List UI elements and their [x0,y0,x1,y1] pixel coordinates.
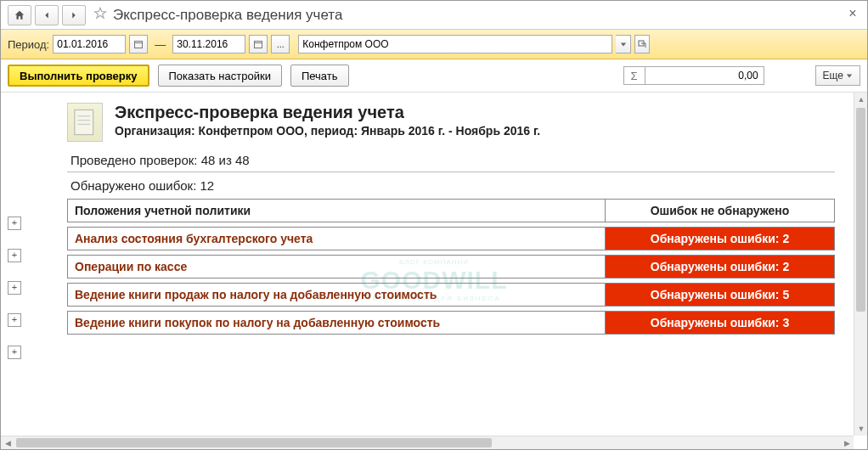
horizontal-scrollbar[interactable]: ◀ ▶ [1,436,854,449]
scroll-up-icon[interactable]: ▲ [854,93,867,106]
report-title: Экспресс-проверка ведения учета [115,103,540,122]
results-table: Положения учетной политики Ошибок не обн… [67,199,835,335]
show-settings-button[interactable]: Показать настройки [158,65,282,87]
scroll-thumb[interactable] [856,108,865,312]
date-to-input[interactable] [172,35,245,53]
organization-dropdown[interactable] [616,35,631,53]
date-from-picker[interactable] [129,35,148,53]
header-category: Положения учетной политики [68,200,606,222]
titlebar: Экспресс-проверка ведения учета × [1,1,867,30]
scroll-left-icon[interactable]: ◀ [1,436,14,449]
date-to-picker[interactable] [249,35,268,53]
header-status: Ошибок не обнаружено [606,200,835,222]
period-dash: — [155,38,166,51]
errors-found: Обнаружено ошибок: 12 [67,176,835,195]
svg-rect-2 [255,42,262,48]
sum-value[interactable] [645,66,764,85]
expand-button[interactable]: + [8,217,21,230]
svg-rect-0 [135,42,143,48]
report-icon [67,103,103,142]
svg-rect-5 [75,110,93,134]
report-subtitle: Организация: Конфетпром ООО, период: Янв… [115,124,540,138]
back-button[interactable] [35,5,59,25]
print-button[interactable]: Печать [290,65,349,87]
forward-button[interactable] [62,5,86,25]
window-title: Экспресс-проверка ведения учета [113,7,342,24]
organization-input[interactable] [298,35,612,53]
scroll-right-icon[interactable]: ▶ [840,436,854,449]
vertical-scrollbar[interactable]: ▲ ▼ [854,93,867,436]
report-area: БЛОГ КОМПАНИИ GOODWILL ТЕХНОЛОГИИ ДЛЯ БИ… [1,93,867,449]
favorite-icon[interactable] [93,6,108,24]
table-row[interactable]: Ведение книги продаж по налогу на добавл… [68,284,835,307]
period-toolbar: Период: — ... [1,30,867,59]
period-dialog-button[interactable]: ... [271,35,290,53]
run-check-button[interactable]: Выполнить проверку [8,65,149,87]
expand-button[interactable]: + [8,346,21,359]
expand-button[interactable]: + [8,249,21,262]
more-button[interactable]: Еще [815,65,860,86]
period-label: Период: [8,38,49,51]
table-row[interactable]: Ведение книги покупок по налогу на добав… [68,312,835,335]
expand-button[interactable]: + [8,313,21,327]
table-header-row: Положения учетной политики Ошибок не обн… [68,200,835,222]
expand-button[interactable]: + [8,281,21,295]
table-row[interactable]: Операции по кассе Обнаружены ошибки: 2 [68,256,835,278]
action-toolbar: Выполнить проверку Показать настройки Пе… [1,59,867,93]
close-button[interactable]: × [845,6,860,21]
scroll-down-icon[interactable]: ▼ [854,422,867,436]
date-from-input[interactable] [53,35,126,53]
scroll-thumb[interactable] [16,438,492,447]
home-button[interactable] [8,5,31,25]
table-row[interactable]: Анализ состояния бухгалтерского учета Об… [68,228,835,250]
checks-done: Проведено проверок: 48 из 48 [67,150,835,170]
sum-icon: Σ [623,66,645,85]
organization-open-button[interactable] [634,35,650,53]
